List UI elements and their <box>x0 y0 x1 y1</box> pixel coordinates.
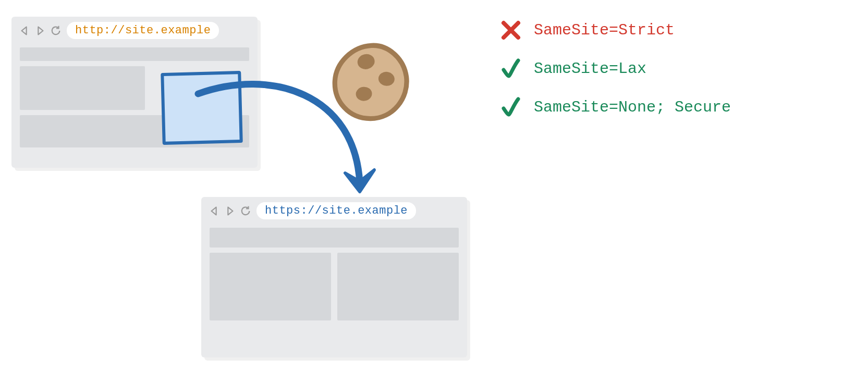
samesite-legend: SameSite=Strict SameSite=Lax SameSite=No… <box>500 20 731 118</box>
legend-label: SameSite=Strict <box>534 21 675 39</box>
browser-window-source: http://site.example <box>11 17 258 168</box>
content-block <box>337 253 459 320</box>
clickable-link-region[interactable] <box>161 71 243 145</box>
nav-icons <box>19 25 62 36</box>
browser-toolbar: https://site.example <box>201 197 467 224</box>
check-icon <box>500 97 521 118</box>
browser-toolbar: http://site.example <box>11 17 258 43</box>
legend-item-strict: SameSite=Strict <box>500 20 731 41</box>
browser-content <box>201 224 467 329</box>
legend-item-lax: SameSite=Lax <box>500 58 731 79</box>
url-bar: https://site.example <box>256 202 416 219</box>
legend-label: SameSite=None; Secure <box>534 98 731 116</box>
content-block <box>20 47 249 61</box>
forward-icon <box>224 205 236 217</box>
reload-icon <box>50 25 62 36</box>
back-icon <box>209 205 220 217</box>
content-block <box>20 66 145 110</box>
content-block <box>210 228 459 248</box>
content-block <box>210 253 331 320</box>
check-icon <box>500 58 521 79</box>
legend-label: SameSite=Lax <box>534 60 646 78</box>
url-bar: http://site.example <box>67 22 219 39</box>
browser-window-target: https://site.example <box>201 197 467 357</box>
cookie-icon <box>328 39 414 125</box>
legend-item-none: SameSite=None; Secure <box>500 97 731 118</box>
cross-icon <box>500 20 521 41</box>
reload-icon <box>240 205 251 217</box>
forward-icon <box>34 25 46 36</box>
nav-icons <box>209 205 251 217</box>
back-icon <box>19 25 30 36</box>
